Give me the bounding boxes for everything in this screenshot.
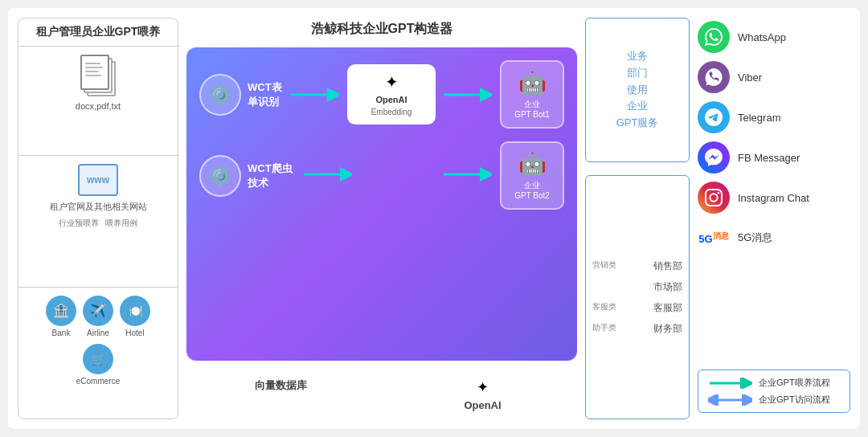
messenger-icon (698, 141, 730, 174)
whatsapp-item: WhatsApp (698, 18, 850, 56)
fiveg-item: 5G消息 5G消息 (698, 218, 850, 257)
gear2-icon: ⚙️ (199, 155, 241, 197)
industry-hotel: 🍽️ Hotel (120, 296, 150, 337)
left-title: 租户管理员企业GPT喂养 (18, 18, 178, 47)
bot1-label: 企业GPT Bot1 (514, 99, 550, 120)
file-types-label: docx,pdf,txt (76, 101, 121, 111)
fiveg-text-icon: 5G消息 (698, 231, 728, 245)
arrow2-svg (444, 87, 492, 103)
arrow3-svg (304, 166, 352, 182)
industry-icons: 🏦 Bank ✈️ Airline 🍽️ Hotel 🛒 eCommerce (27, 296, 170, 386)
website-sublabels: 行业预喂养 喂养用例 (59, 218, 137, 229)
service-dept: 客服部 (653, 298, 682, 317)
openai-logo: ✦ (385, 72, 399, 92)
market-dept: 市场部 (653, 277, 682, 296)
telegram-icon (698, 101, 730, 133)
assistant-tag: 助手类 (592, 322, 616, 333)
pretrain-label: 行业预喂养 (59, 218, 99, 229)
arrow-to-bot1 (444, 87, 492, 103)
biz-top-box: 业务部门使用企业GPT服务 (585, 18, 690, 162)
industry-ecommerce: 🛒 eCommerce (76, 344, 120, 386)
airline-icon: ✈️ (83, 296, 113, 326)
bot1-box: 🤖 企业GPT Bot1 (500, 60, 564, 129)
doc-section: docx,pdf,txt (18, 47, 178, 156)
bot2-emoji: 🤖 (518, 150, 547, 177)
openai-embedding-box: ✦ OpenAI Embedding (347, 64, 436, 125)
wct1-section: ⚙️ WCT表单识别 (199, 74, 283, 116)
finance-dept: 财务部 (653, 319, 682, 338)
instagram-item: Instagram Chat (698, 178, 850, 217)
openai-sub: Embedding (371, 108, 412, 116)
vector-db-label: 向量数据库 (255, 378, 307, 393)
bank-label: Bank (52, 329, 71, 337)
doc-icon (80, 55, 116, 96)
service-tag: 客服类 (592, 301, 616, 312)
biz-top-title: 业务部门使用企业GPT服务 (616, 48, 659, 132)
airline-label: Airline (87, 329, 109, 337)
right-panel: WhatsApp Viber Telegram FB Messager Inst (698, 18, 850, 419)
vector-db-box: 向量数据库 (186, 370, 375, 419)
openai-text: OpenAI (375, 95, 407, 104)
instagram-icon (698, 182, 730, 214)
viber-item: Viber (698, 58, 850, 96)
sales-dept: 销售部 (653, 256, 682, 276)
arrow4-svg (444, 166, 492, 182)
dept-row2: 市场部 (592, 277, 682, 296)
messenger-item: FB Messager (698, 138, 850, 177)
hotel-icon: 🍽️ (120, 296, 150, 326)
whatsapp-icon (698, 21, 730, 53)
openai-bottom-box: ✦ OpenAI (388, 370, 577, 419)
openai-bottom-icon: ✦ (477, 378, 489, 396)
instagram-label: Instagram Chat (738, 192, 809, 204)
bot2-box: 🤖 企业GPT Bot2 (500, 141, 564, 210)
viber-label: Viber (738, 71, 762, 84)
fiveg-icon-box: 5G消息 (698, 222, 730, 254)
industry-section: 🏦 Bank ✈️ Airline 🍽️ Hotel 🛒 eCommerce (18, 288, 178, 419)
industry-airline: ✈️ Airline (83, 296, 113, 337)
center-panel: 浩鲸科技企业GPT构造器 ⚙️ WCT表单识别 (186, 18, 577, 419)
fiveg-plus: 消息 (713, 231, 729, 240)
main-container: 租户管理员企业GPT喂养 docx,pdf,txt www 租 (8, 8, 860, 429)
website-section: www 租户官网及其他相关网站 行业预喂养 喂养用例 (18, 156, 178, 288)
messenger-label: FB Messager (738, 152, 800, 164)
biz-bottom-box: 营销类 销售部 市场部 客服类 客服部 助手类 财务部 (585, 175, 690, 419)
ecommerce-icon: 🛒 (83, 344, 113, 374)
openai-bottom-label: OpenAI (464, 399, 501, 411)
ecommerce-label: eCommerce (76, 377, 120, 386)
arrow1-svg (291, 87, 339, 103)
wct2-section: ⚙️ WCT爬虫技术 (199, 155, 296, 197)
top-row: ⚙️ WCT表单识别 ✦ (199, 60, 564, 129)
wct2-label: WCT爬虫技术 (248, 161, 296, 190)
dept-row4: 助手类 财务部 (592, 319, 682, 338)
arrow-center (291, 87, 339, 103)
bot2-label: 企业GPT Bot2 (514, 180, 550, 201)
legend-green-arrow (708, 378, 752, 389)
telegram-item: Telegram (698, 98, 850, 137)
industry-bank: 🏦 Bank (46, 296, 76, 337)
legend2-text: 企业GPT访问流程 (759, 394, 830, 406)
spacer-arrow (304, 166, 352, 186)
bottom-boxes: 向量数据库 ✦ OpenAI (186, 370, 577, 419)
legend-box: 企业GPT喂养流程 企业GPT访问流程 (698, 370, 850, 413)
bank-icon: 🏦 (46, 296, 76, 326)
bot1-emoji: 🤖 (518, 69, 547, 96)
wct1-label: WCT表单识别 (248, 80, 283, 109)
dept-row3: 客服类 客服部 (592, 298, 682, 317)
legend-item1: 企业GPT喂养流程 (708, 377, 840, 389)
hotel-label: Hotel (125, 329, 144, 337)
viber-icon (698, 61, 730, 93)
curved-arrow (444, 166, 492, 186)
marketing-tag: 营销类 (592, 259, 616, 271)
fiveg-label: 5G消息 (738, 231, 772, 245)
dept-list: 营销类 销售部 市场部 客服类 客服部 助手类 财务部 (592, 256, 682, 338)
whatsapp-label: WhatsApp (738, 31, 786, 43)
left-panel: 租户管理员企业GPT喂养 docx,pdf,txt www 租 (18, 18, 178, 419)
legend-item2: 企业GPT访问流程 (708, 394, 840, 406)
biz-panel: 业务部门使用企业GPT服务 营销类 销售部 市场部 客服类 客服部 助手类 财务… (585, 18, 690, 419)
legend-blue-arrow (708, 394, 752, 406)
gear1-icon: ⚙️ (199, 74, 241, 116)
center-title: 浩鲸科技企业GPT构造器 (186, 18, 577, 41)
website-label: 租户官网及其他相关网站 (50, 201, 147, 213)
gpt-builder-box: ⚙️ WCT表单识别 ✦ (186, 47, 577, 361)
legend1-text: 企业GPT喂养流程 (759, 377, 830, 389)
